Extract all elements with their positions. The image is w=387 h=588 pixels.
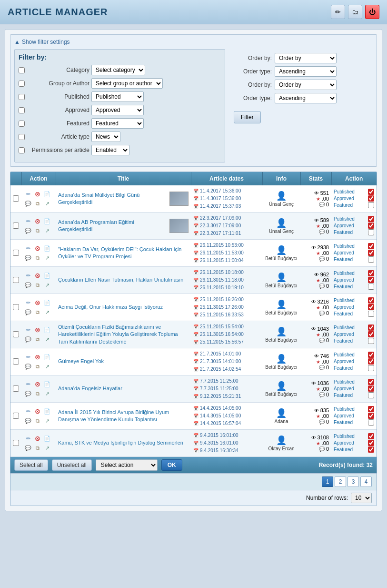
duplicate-icon[interactable]: ⧉ (33, 308, 42, 316)
featured-checkbox[interactable] (368, 446, 374, 453)
edit-icon-btn[interactable]: ✏ (331, 5, 345, 19)
cards-icon-btn[interactable]: 🗂 (348, 5, 362, 19)
copy-icon[interactable]: 📄 (43, 190, 51, 198)
edit-icon[interactable]: ✏ (24, 434, 32, 443)
copy-icon[interactable]: 📄 (43, 407, 51, 416)
approved-checkbox[interactable] (368, 358, 374, 365)
published-checkbox[interactable] (368, 379, 374, 385)
row-checkbox[interactable] (13, 358, 19, 365)
duplicate-icon[interactable]: ⧉ (33, 362, 42, 371)
copy-icon[interactable]: 📄 (43, 244, 51, 253)
approved-checkbox[interactable] (368, 195, 374, 202)
row-checkbox[interactable] (13, 440, 19, 446)
page-button-1[interactable]: 1 (322, 476, 333, 487)
published-checkbox[interactable] (368, 189, 374, 195)
comment-icon[interactable]: 💬 (24, 416, 32, 425)
copy-icon[interactable]: 📄 (43, 353, 51, 361)
featured-select[interactable]: Featured (91, 118, 144, 129)
published-checkbox[interactable] (19, 94, 25, 100)
delete-icon[interactable]: ⊗ (33, 325, 42, 334)
approved-checkbox[interactable] (368, 277, 374, 283)
duplicate-icon[interactable]: ⧉ (33, 281, 42, 289)
move-icon[interactable]: ↗ (43, 444, 51, 452)
duplicate-icon[interactable]: ⧉ (33, 416, 42, 425)
order-by-select-2[interactable]: Order by (275, 80, 337, 90)
published-checkbox[interactable] (368, 352, 374, 358)
approved-checkbox[interactable] (368, 223, 374, 229)
delete-icon[interactable]: ⊗ (33, 190, 42, 198)
edit-icon[interactable]: ✏ (24, 217, 32, 225)
featured-checkbox[interactable] (368, 256, 374, 263)
duplicate-icon[interactable]: ⧉ (33, 226, 42, 235)
comment-icon[interactable]: 💬 (24, 362, 32, 371)
edit-icon[interactable]: ✏ (24, 190, 32, 198)
unselect-all-button[interactable]: Unselect all (52, 459, 92, 471)
copy-icon[interactable]: 📄 (43, 380, 51, 388)
featured-checkbox[interactable] (368, 284, 374, 290)
article-title-link[interactable]: Adana İli 2015 Yılı Birinci Avrupa Birli… (58, 409, 169, 422)
article-title-link[interactable]: Adana'da Engelsiz Hayatlar (58, 385, 122, 391)
edit-icon[interactable]: ✏ (24, 353, 32, 361)
article-title-link[interactable]: Kamu, STK ve Medya İşbirliği İçin Diyalo… (58, 440, 183, 446)
move-icon[interactable]: ↗ (43, 308, 51, 316)
row-checkbox[interactable] (13, 277, 19, 283)
copy-icon[interactable]: 📄 (43, 217, 51, 225)
ok-button[interactable]: OK (161, 459, 182, 471)
featured-checkbox[interactable] (368, 419, 374, 426)
featured-checkbox[interactable] (19, 121, 25, 127)
published-select[interactable]: Published (91, 91, 144, 102)
approved-select[interactable]: Approved (91, 105, 144, 115)
delete-icon[interactable]: ⊗ (33, 244, 42, 253)
duplicate-icon[interactable]: ⧉ (33, 253, 42, 262)
approved-checkbox[interactable] (368, 440, 374, 446)
delete-icon[interactable]: ⊗ (33, 407, 42, 416)
move-icon[interactable]: ↗ (43, 253, 51, 262)
move-icon[interactable]: ↗ (43, 335, 51, 344)
delete-icon[interactable]: ⊗ (33, 434, 42, 443)
comment-icon[interactable]: 💬 (24, 308, 32, 316)
type-checkbox[interactable] (19, 134, 25, 140)
featured-checkbox[interactable] (368, 338, 374, 344)
comment-icon[interactable]: 💬 (24, 389, 32, 398)
delete-icon[interactable]: ⊗ (33, 271, 42, 280)
move-icon[interactable]: ↗ (43, 226, 51, 235)
row-checkbox[interactable] (13, 385, 19, 392)
power-icon-btn[interactable]: ⏻ (365, 5, 379, 19)
approved-checkbox[interactable] (368, 385, 374, 392)
delete-icon[interactable]: ⊗ (33, 353, 42, 361)
comment-icon[interactable]: 💬 (24, 199, 32, 208)
group-select[interactable]: Select group or author (91, 78, 163, 89)
published-checkbox[interactable] (368, 324, 374, 331)
row-checkbox[interactable] (13, 195, 19, 202)
published-checkbox[interactable] (368, 216, 374, 222)
group-checkbox[interactable] (19, 81, 25, 87)
page-button-3[interactable]: 3 (347, 476, 359, 487)
featured-checkbox[interactable] (368, 365, 374, 371)
delete-icon[interactable]: ⊗ (33, 298, 42, 307)
move-icon[interactable]: ↗ (43, 281, 51, 289)
copy-icon[interactable]: 📄 (43, 298, 51, 307)
approved-checkbox[interactable] (368, 250, 374, 256)
published-checkbox[interactable] (368, 270, 374, 276)
comment-icon[interactable]: 💬 (24, 253, 32, 262)
delete-icon[interactable]: ⊗ (33, 217, 42, 225)
filter-button[interactable]: Filter (234, 111, 261, 123)
article-title-link[interactable]: "Haklarım Da Var, Öykülerim DE!": Çocuk … (58, 246, 181, 259)
order-type-select-1[interactable]: Ascending Descending (275, 66, 337, 77)
edit-icon[interactable]: ✏ (24, 244, 32, 253)
published-checkbox[interactable] (368, 243, 374, 249)
row-checkbox[interactable] (13, 331, 19, 337)
rows-select[interactable]: 10 20 50 (351, 493, 372, 503)
edit-icon[interactable]: ✏ (24, 298, 32, 307)
order-type-select-2[interactable]: Ascending Descending (275, 93, 337, 103)
article-title-link[interactable]: Adana'da Sınai Mülkiyet Bilgi Günü Gerçe… (58, 192, 139, 205)
delete-icon[interactable]: ⊗ (33, 380, 42, 388)
category-checkbox[interactable] (19, 67, 25, 73)
order-by-select-1[interactable]: Order by (275, 53, 337, 63)
approved-checkbox[interactable] (368, 304, 374, 310)
page-button-2[interactable]: 2 (335, 476, 346, 487)
select-all-button[interactable]: Select all (14, 459, 48, 471)
edit-icon[interactable]: ✏ (24, 325, 32, 334)
approved-checkbox[interactable] (368, 331, 374, 337)
move-icon[interactable]: ↗ (43, 416, 51, 425)
